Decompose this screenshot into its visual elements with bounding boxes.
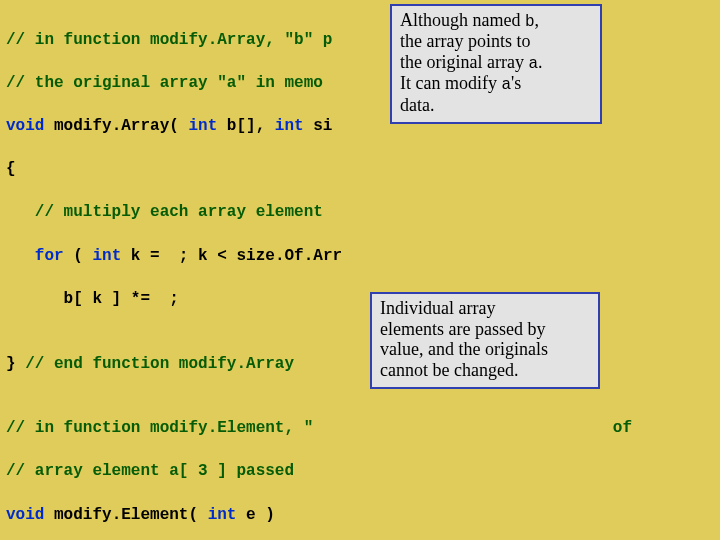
kw-for: for bbox=[35, 247, 64, 265]
callout1-line5: data. bbox=[400, 95, 592, 116]
kw-int-3: int bbox=[92, 247, 121, 265]
callout-box-2: Individual array elements are passed by … bbox=[370, 292, 600, 389]
callout1-line4: It can modify a's bbox=[400, 73, 592, 94]
for-open: ( bbox=[64, 247, 93, 265]
param-size: si bbox=[313, 117, 332, 135]
comment-line-1: // in function modify.Array, "b" p bbox=[6, 31, 332, 49]
comment-end-1: // end function modify.Array bbox=[25, 355, 294, 373]
comment-line-4a: // in function modify.Element, " bbox=[6, 419, 313, 437]
callout1-line3: the original array a. bbox=[400, 52, 592, 73]
comment-line-2: // the original array "a" in memo bbox=[6, 74, 323, 92]
indent-1 bbox=[6, 247, 35, 265]
brace-close-1: } bbox=[6, 355, 25, 373]
mono-a-1: a bbox=[528, 55, 538, 73]
callout2-line1: Individual array bbox=[380, 298, 590, 319]
callout-box-1: Although named b, the array points to th… bbox=[390, 4, 602, 124]
mono-b-1: b bbox=[525, 13, 535, 31]
kw-int-1: int bbox=[188, 117, 226, 135]
param-b: b[], bbox=[227, 117, 275, 135]
kw-void-2: void bbox=[6, 506, 54, 524]
param-e: e ) bbox=[246, 506, 275, 524]
comment-line-5: // array element a[ 3 ] passed bbox=[6, 462, 294, 480]
code-block: // in function modify.Array, "b" p // th… bbox=[6, 8, 714, 540]
callout1-line2: the array points to bbox=[400, 31, 592, 52]
comment-line-3: // multiply each array element bbox=[6, 203, 323, 221]
callout2-line3: value, and the originals bbox=[380, 339, 590, 360]
loop-body: b[ k ] *= ; bbox=[6, 290, 179, 308]
callout2-line2: elements are passed by bbox=[380, 319, 590, 340]
mono-a-2: a bbox=[501, 76, 511, 94]
kw-int-2: int bbox=[275, 117, 313, 135]
for-cond: k = ; k < size.Of.Arr bbox=[121, 247, 342, 265]
callout2-line4: cannot be changed. bbox=[380, 360, 590, 381]
fn-name-2: modify.Element( bbox=[54, 506, 208, 524]
kw-void-1: void bbox=[6, 117, 54, 135]
kw-int-4: int bbox=[208, 506, 246, 524]
comment-line-4b: of bbox=[603, 419, 632, 437]
brace-open-1: { bbox=[6, 160, 16, 178]
callout1-line1: Although named b, bbox=[400, 10, 592, 31]
fn-name-1: modify.Array( bbox=[54, 117, 188, 135]
